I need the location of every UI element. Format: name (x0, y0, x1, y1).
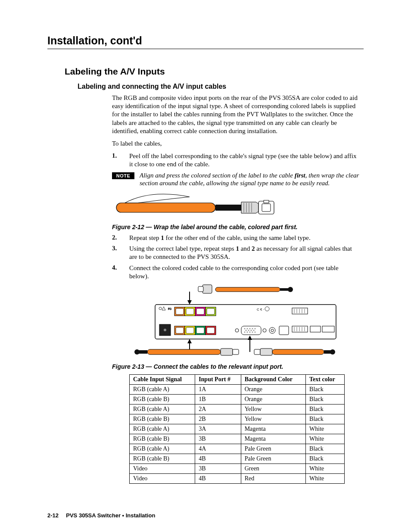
svg-rect-25 (207, 308, 215, 314)
svg-rect-32 (196, 327, 204, 333)
footer-text: PVS 305SA Switcher • Installation (66, 512, 155, 519)
td: RGB (cable A) (130, 404, 195, 414)
td: 4B (195, 454, 241, 464)
step-2: 2. Repeat step 1 for the other end of th… (112, 234, 359, 242)
svg-rect-55 (279, 326, 289, 335)
svg-text:C € ·: C € · (257, 308, 264, 311)
subsection-heading: Labeling and connecting the A/V input ca… (78, 83, 364, 90)
td: Black (306, 414, 345, 424)
td: White (306, 424, 345, 434)
td: 3B (195, 464, 241, 473)
td: Pale Green (241, 444, 305, 454)
td: Yellow (241, 404, 305, 414)
td: Black (306, 394, 345, 404)
svg-point-47 (244, 332, 245, 333)
th: Text color (306, 374, 345, 384)
svg-rect-11 (202, 285, 212, 293)
t: and (239, 245, 252, 252)
svg-point-43 (246, 330, 246, 331)
t: for the other end of the cable, using th… (164, 234, 311, 241)
svg-rect-23 (186, 308, 194, 314)
table-row: Video4BRedWhite (130, 473, 345, 483)
step-text: Peel off the label corresponding to the … (129, 152, 359, 168)
td: 4A (195, 444, 241, 454)
svg-rect-80 (233, 349, 239, 355)
intro-paragraph: The RGB and composite video input ports … (112, 94, 359, 135)
cable-label-table: Cable Input Signal Input Port # Backgrou… (129, 374, 345, 484)
table-row: RGB (cable B)4BPale GreenBlack (130, 454, 345, 464)
svg-rect-24 (196, 308, 204, 314)
td: RGB (cable B) (130, 454, 195, 464)
svg-point-44 (248, 330, 249, 331)
td: 2A (195, 404, 241, 414)
table-row: RGB (cable A)3AMagentaWhite (130, 424, 345, 434)
table-row: Video3BGreenWhite (130, 464, 345, 473)
svg-point-42 (255, 328, 255, 329)
th: Input Port # (195, 374, 241, 384)
table-row: RGB (cable B)2BYellowBlack (130, 414, 345, 424)
td: 3B (195, 434, 241, 444)
svg-rect-22 (176, 308, 184, 314)
lead-in: To label the cables, (112, 140, 359, 148)
table-row: RGB (cable B)3BMagentaWhite (130, 434, 345, 444)
svg-rect-61 (322, 326, 334, 332)
page-number: 2-12 (47, 512, 59, 519)
step-number: 4. (112, 264, 129, 280)
svg-marker-73 (187, 339, 192, 343)
td: Video (130, 473, 195, 483)
running-head: Installation, cont'd (47, 34, 364, 47)
td: 2B (195, 414, 241, 424)
svg-rect-33 (207, 327, 215, 333)
svg-marker-14 (187, 300, 192, 305)
td: Magenta (241, 424, 305, 434)
svg-point-40 (249, 328, 250, 329)
figure-2-12-caption: Figure 2-12 — Wrap the label around the … (112, 224, 359, 230)
td: 4B (195, 473, 241, 483)
svg-rect-60 (310, 326, 321, 332)
th: Background Color (241, 374, 305, 384)
svg-rect-79 (221, 348, 233, 355)
rule (47, 49, 364, 49)
td: Pale Green (241, 454, 305, 464)
td: Black (306, 404, 345, 414)
svg-rect-0 (116, 203, 215, 212)
svg-rect-78 (147, 349, 221, 355)
td: Black (306, 454, 345, 464)
t: Repeat step (129, 234, 161, 241)
td: Red (241, 473, 305, 483)
td: RGB (cable A) (130, 444, 195, 454)
figure-2-12 (112, 191, 359, 221)
body: The RGB and composite video input ports … (112, 94, 359, 484)
td: Orange (241, 394, 305, 404)
svg-rect-77 (139, 350, 147, 354)
step-text: Connect the colored coded cable to the c… (129, 264, 359, 280)
svg-point-46 (253, 330, 254, 331)
t: 2 (252, 245, 255, 252)
td: Black (306, 384, 345, 394)
step-number: 2. (112, 234, 129, 242)
svg-point-36 (235, 329, 239, 332)
svg-rect-59 (292, 326, 308, 332)
svg-rect-83 (272, 349, 324, 355)
td: White (306, 464, 345, 473)
svg-point-50 (252, 332, 253, 333)
svg-rect-9 (280, 288, 289, 291)
note-badge: NOTE (112, 172, 134, 179)
td: Orange (241, 384, 305, 394)
svg-point-49 (249, 332, 250, 333)
td: Black (306, 444, 345, 454)
svg-rect-8 (215, 287, 280, 292)
t: 1 (236, 245, 239, 252)
svg-point-41 (252, 328, 253, 329)
td: 1A (195, 384, 241, 394)
svg-rect-84 (324, 350, 331, 354)
step-text: Repeat step 1 for the other end of the c… (129, 234, 359, 242)
svg-rect-30 (176, 327, 184, 333)
table-row: RGB (cable A)1AOrangeBlack (130, 384, 345, 394)
td: Magenta (241, 434, 305, 444)
note-text: Align and press the colored section of t… (140, 171, 359, 188)
td: 1B (195, 394, 241, 404)
svg-point-54 (271, 329, 274, 332)
step-text: Using the correct label type, repeat ste… (129, 245, 359, 261)
figure-2-13-caption: Figure 2-13 — Connect the cables to the … (112, 363, 359, 370)
